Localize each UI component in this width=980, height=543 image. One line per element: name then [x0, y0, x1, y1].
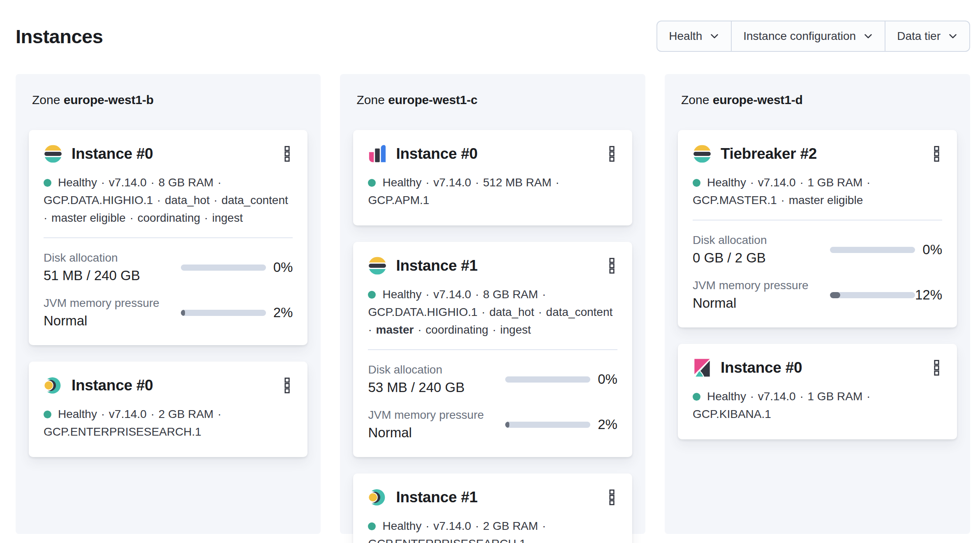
- instance-title: Instance #0: [721, 359, 802, 376]
- instance-meta: Healthy · v7.14.0 · 2 GB RAM · GCP.ENTER…: [368, 517, 617, 543]
- metric-label: JVM memory pressure: [368, 408, 505, 422]
- metric-label: Disk allocation: [44, 251, 181, 265]
- filter-button-health[interactable]: Health: [657, 21, 731, 51]
- meta-token: GCP.KIBANA.1: [693, 408, 771, 420]
- metric-label: JVM memory pressure: [693, 279, 830, 292]
- zone-label-prefix: Zone: [681, 93, 713, 107]
- filter-group: Health Instance configuration Data tier: [656, 21, 970, 52]
- instance-card: Instance #0 Healthy · v7.14.0 · 8 GB RAM…: [29, 130, 307, 345]
- meta-token: Healthy: [382, 176, 421, 189]
- meta-separator: ·: [796, 390, 808, 403]
- meta-token: v7.14.0: [758, 390, 796, 403]
- instance-meta: Healthy · v7.14.0 · 512 MB RAM · GCP.APM…: [368, 174, 617, 209]
- card-header: Instance #1: [368, 487, 617, 507]
- health-status-dot: [44, 411, 51, 418]
- chevron-down-icon: [948, 31, 958, 41]
- meta-separator: ·: [213, 176, 222, 189]
- zone-label: Zone europe-west1-c: [356, 93, 632, 107]
- filter-label: Instance configuration: [743, 30, 856, 43]
- instance-meta: Healthy · v7.14.0 · 1 GB RAM · GCP.MASTE…: [693, 174, 942, 209]
- instance-menu-button[interactable]: [931, 358, 942, 378]
- zone-label-prefix: Zone: [356, 93, 388, 107]
- disk-allocation-metric: Disk allocation53 MB / 240 GB0%: [368, 363, 617, 395]
- jvm-memory-pressure-metric: JVM memory pressureNormal2%: [368, 408, 617, 441]
- zone-label: Zone europe-west1-b: [32, 93, 307, 107]
- meta-separator: ·: [200, 211, 212, 224]
- instance-menu-button[interactable]: [606, 487, 617, 507]
- meta-separator: ·: [126, 211, 138, 224]
- meta-token: data_content: [546, 306, 612, 318]
- instance-menu-button[interactable]: [282, 144, 293, 164]
- zone-label-prefix: Zone: [32, 93, 64, 107]
- instance-menu-button[interactable]: [606, 256, 617, 276]
- instance-menu-button[interactable]: [282, 376, 293, 395]
- card-header: Instance #0: [44, 376, 293, 395]
- progress-bar-fill: [505, 422, 509, 428]
- meta-token: Healthy: [707, 390, 746, 403]
- instance-title: Instance #1: [396, 257, 477, 274]
- filter-button-instance-configuration[interactable]: Instance configuration: [731, 21, 885, 51]
- metric-value: Normal: [693, 295, 830, 311]
- zone-name: europe-west1-b: [64, 93, 154, 107]
- chevron-down-icon: [710, 31, 719, 41]
- progress-bar: [181, 265, 266, 271]
- metric-text: JVM memory pressureNormal: [44, 297, 181, 329]
- meta-token: ingest: [212, 211, 243, 224]
- meta-token: 8 GB RAM: [159, 176, 214, 189]
- metric-percent: 0%: [590, 371, 617, 387]
- metric-percent: 0%: [915, 242, 942, 258]
- meta-separator: ·: [147, 176, 159, 189]
- meta-token: v7.14.0: [758, 176, 796, 189]
- metric-value: 53 MB / 240 GB: [368, 380, 505, 395]
- meta-token: Healthy: [707, 176, 746, 189]
- metric-text: JVM memory pressureNormal: [368, 408, 505, 441]
- progress-bar: [830, 247, 915, 253]
- card-divider: [44, 237, 293, 238]
- meta-separator: ·: [862, 390, 871, 403]
- meta-separator: ·: [746, 176, 758, 189]
- instance-meta: Healthy · v7.14.0 · 1 GB RAM · GCP.KIBAN…: [693, 388, 942, 423]
- meta-token: 8 GB RAM: [483, 288, 538, 301]
- instance-title: Tiebreaker #2: [721, 145, 817, 162]
- meta-separator: ·: [97, 408, 109, 420]
- boxes-vertical-icon: [934, 146, 940, 162]
- meta-token: GCP.DATA.HIGHIO.1: [44, 194, 153, 207]
- health-status-dot: [44, 179, 51, 187]
- instance-card: Instance #1 Healthy · v7.14.0 · 2 GB RAM…: [353, 473, 632, 543]
- kibana-icon: [693, 358, 712, 377]
- metric-label: Disk allocation: [693, 234, 830, 247]
- meta-separator: ·: [421, 288, 433, 301]
- meta-token: v7.14.0: [109, 176, 147, 189]
- instance-menu-button[interactable]: [606, 144, 617, 164]
- meta-token: 1 GB RAM: [808, 390, 863, 403]
- meta-token: ingest: [500, 323, 531, 336]
- elasticsearch-icon: [693, 144, 712, 163]
- meta-separator: ·: [213, 408, 222, 420]
- meta-separator: ·: [471, 288, 483, 301]
- zone-label: Zone europe-west1-d: [681, 93, 957, 107]
- metric-text: Disk allocation0 GB / 2 GB: [693, 234, 830, 266]
- instance-title: Instance #0: [396, 145, 477, 162]
- health-status-dot: [368, 179, 376, 187]
- metric-percent: 2%: [266, 305, 293, 320]
- instance-title: Instance #1: [396, 489, 477, 506]
- meta-token: 2 GB RAM: [483, 520, 538, 532]
- instance-menu-button[interactable]: [931, 144, 942, 164]
- meta-separator: ·: [210, 194, 222, 207]
- meta-separator: ·: [471, 520, 483, 532]
- jvm-memory-pressure-metric: JVM memory pressureNormal12%: [693, 279, 942, 311]
- boxes-vertical-icon: [284, 377, 290, 394]
- filter-button-data-tier[interactable]: Data tier: [885, 21, 969, 51]
- metric-value: 51 MB / 240 GB: [44, 268, 181, 283]
- instance-meta: Healthy · v7.14.0 · 2 GB RAM · GCP.ENTER…: [44, 405, 293, 441]
- boxes-vertical-icon: [609, 489, 615, 506]
- card-header: Instance #0: [368, 144, 617, 164]
- disk-allocation-metric: Disk allocation51 MB / 240 GB0%: [44, 251, 293, 283]
- page-title: Instances: [16, 25, 103, 48]
- meta-separator: ·: [478, 306, 490, 318]
- meta-separator: ·: [147, 408, 159, 420]
- metric-text: JVM memory pressureNormal: [693, 279, 830, 311]
- meta-token: coordinating: [138, 211, 201, 224]
- instance-title: Instance #0: [72, 145, 153, 162]
- card-divider: [368, 349, 617, 350]
